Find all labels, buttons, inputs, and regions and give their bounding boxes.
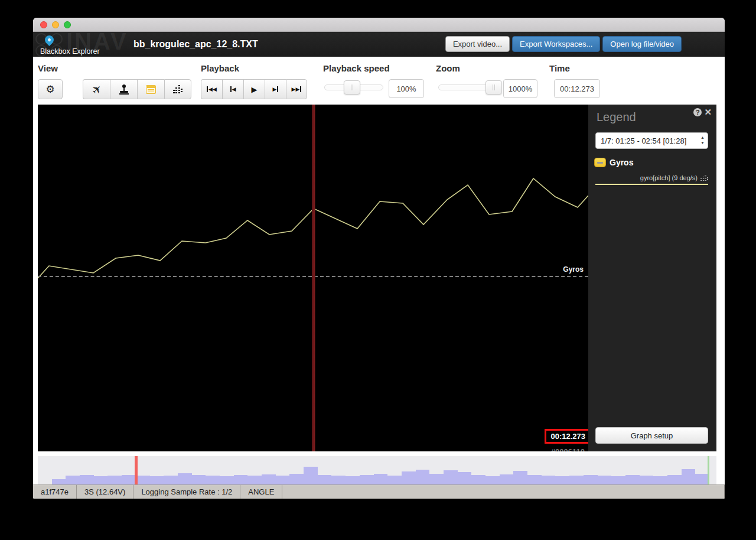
frame-number: #0006110 (551, 447, 585, 451)
joystick-icon (119, 84, 129, 94)
status-filler (282, 485, 725, 499)
titlebar (33, 18, 725, 32)
playback-speed-slider[interactable] (324, 84, 383, 90)
prev-frame-button[interactable]: ◀ (222, 79, 243, 99)
close-window-button[interactable] (40, 21, 47, 28)
seekbar[interactable] (38, 456, 716, 484)
step-forward-icon: ▶ (273, 86, 279, 92)
statusbar: a1f747e 3S (12.64V) Logging Sample Rate … (33, 484, 725, 499)
sticks-view-button[interactable] (110, 79, 137, 99)
playback-speed-value[interactable]: 100% (389, 79, 424, 98)
export-workspaces-button[interactable]: Export Workspaces... (512, 36, 600, 52)
analyzer-view-button[interactable] (164, 79, 191, 99)
chart-canvas[interactable]: Gyros 00:12.273 #0006110 (38, 105, 588, 451)
legend-group-label: Gyros (610, 158, 633, 167)
seekbar-end-marker (708, 456, 709, 484)
log-selector-dropdown[interactable]: 1/7: 01:25 - 02:54 [01:28] (595, 132, 708, 149)
field-color-underline (595, 184, 708, 185)
log-file-name: bb_krogulec_apc_12_8.TXT (133, 39, 258, 50)
legend-field-gyro-pitch[interactable]: gyro[pitch] (9 deg/s) (595, 174, 708, 181)
close-icon[interactable]: ✕ (704, 108, 712, 116)
export-video-button[interactable]: Export video... (445, 36, 510, 52)
graph-setup-button[interactable]: Graph setup (595, 427, 708, 444)
step-back-icon: ◀ (230, 86, 236, 92)
zoom-value[interactable]: 1000% (503, 79, 537, 98)
log-activity-waveform (38, 456, 709, 484)
app-window: INAV Blackbox Explorer bb_krogulec_apc_1… (33, 18, 725, 499)
collapse-group-icon[interactable] (594, 158, 606, 167)
log-table-icon (146, 85, 156, 94)
skip-to-end-icon: ▶▶ (292, 86, 302, 92)
legend-panel: ? ✕ Legend 1/7: 01:25 - 02:54 [01:28] ▲▼… (588, 105, 716, 451)
legend-field-label: gyro[pitch] (9 deg/s) (640, 174, 698, 181)
status-firmware-hash: a1f747e (33, 485, 77, 499)
zoom-window-button[interactable] (64, 21, 71, 28)
zoom-section-label: Zoom (436, 63, 460, 73)
play-button[interactable]: ▶ (243, 79, 265, 99)
time-marker-annotation: 00:12.273 (545, 429, 588, 444)
view-section-label: View (38, 63, 58, 73)
help-icon[interactable]: ? (693, 108, 702, 116)
legend-title: Legend (597, 110, 636, 124)
playback-speed-section-label: Playback speed (323, 63, 390, 73)
play-icon: ▶ (252, 85, 258, 94)
airplane-icon: ✈ (89, 82, 104, 97)
jump-start-button[interactable]: ◀◀ (201, 79, 222, 99)
playback-section-label: Playback (201, 63, 239, 73)
status-sample-rate: Logging Sample Rate : 1/2 (133, 485, 240, 499)
status-flight-mode: ANGLE (240, 485, 282, 499)
zoom-slider-handle[interactable] (485, 80, 502, 95)
log-info-view-button[interactable] (137, 79, 164, 99)
jump-end-button[interactable]: ▶▶ (286, 79, 307, 99)
legend-group-gyros[interactable]: Gyros (594, 158, 633, 167)
zero-axis-label: Gyros (563, 265, 584, 274)
open-log-button[interactable]: Open log file/video (602, 36, 682, 52)
settings-button[interactable]: ⚙ (38, 79, 63, 99)
craft-view-button[interactable]: ✈ (83, 79, 110, 99)
toolbar: View Playback Playback speed Zoom Time ⚙… (33, 57, 725, 105)
next-frame-button[interactable]: ▶ (265, 79, 286, 99)
time-section-label: Time (549, 63, 570, 73)
skip-to-start-icon: ◀◀ (207, 86, 217, 92)
status-battery: 3S (12.64V) (77, 485, 133, 499)
gear-icon: ⚙ (45, 83, 54, 96)
playback-speed-slider-handle[interactable] (344, 80, 360, 95)
playback-cursor[interactable] (312, 105, 315, 451)
field-analyzer-icon[interactable] (700, 175, 708, 181)
minimize-window-button[interactable] (52, 21, 59, 28)
seekbar-cursor[interactable] (135, 456, 138, 484)
app-name: Blackbox Explorer (40, 47, 100, 56)
zoom-slider[interactable] (438, 84, 502, 90)
app-header: INAV Blackbox Explorer bb_krogulec_apc_1… (33, 32, 725, 57)
time-value[interactable]: 00:12.273 (554, 79, 600, 98)
analyzer-icon (173, 85, 183, 93)
